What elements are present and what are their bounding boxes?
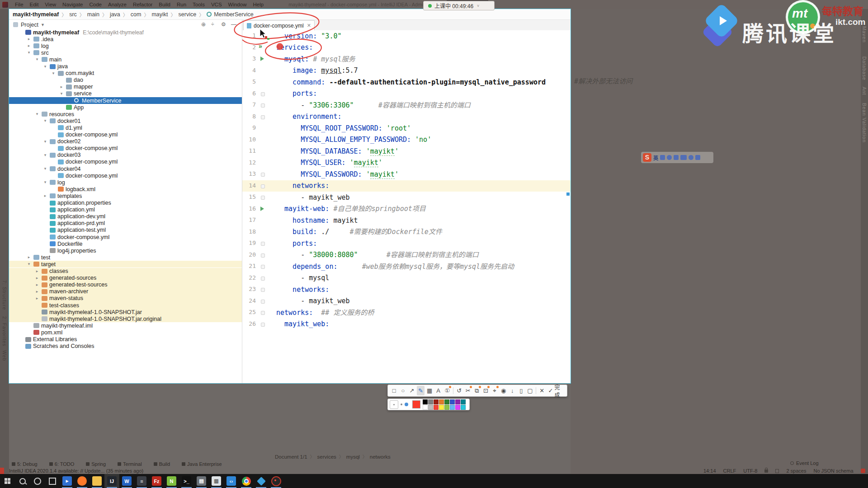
collapse-all-icon[interactable]: ÷ xyxy=(211,21,214,28)
tree-row-docker03[interactable]: ▾docker03 xyxy=(9,152,242,159)
status-json-schema[interactable]: No JSON schema xyxy=(813,468,853,474)
tree-row-test-classes[interactable]: test-classes xyxy=(9,302,242,309)
tool-window-button--debug[interactable]: 5: Debug xyxy=(12,461,38,467)
tree-row-mayikt-thymeleaf.iml[interactable]: mayikt-thymeleaf.iml xyxy=(9,322,242,329)
tree-row-log4j.properties[interactable]: log4j.properties xyxy=(9,247,242,254)
fold-marker-icon[interactable] xyxy=(261,265,265,269)
project-panel-title[interactable]: Project xyxy=(21,22,38,28)
left-stripe-2-favorites[interactable]: 2: Favorites xyxy=(2,316,7,347)
chevron-down-icon[interactable]: ▾ xyxy=(43,139,47,144)
menu-item-run[interactable]: Run xyxy=(174,2,189,7)
tree-row-src[interactable]: ▾src xyxy=(9,49,242,56)
status-encoding[interactable]: UTF-8 xyxy=(743,468,757,474)
class-timer-pill[interactable]: 上课中 00:49:46 ˅ xyxy=(423,1,495,10)
right-stripe-bean-validation[interactable]: Bean Validation xyxy=(862,103,867,143)
tool-window-button-spring[interactable]: Spring xyxy=(86,461,106,467)
tree-row-maven-archiver[interactable]: ▸maven-archiver xyxy=(9,288,242,295)
task-view-button[interactable] xyxy=(45,474,60,488)
fold-marker-icon[interactable] xyxy=(261,103,265,108)
chevron-down-icon[interactable]: ▾ xyxy=(27,50,31,55)
dark-doc-app[interactable]: ≡ xyxy=(134,474,149,488)
tree-row-service[interactable]: ▾service xyxy=(9,90,242,97)
tree-row-mayikt-thymeleaf-1.0-SNAPSHOT.jar.original[interactable]: mayikt-thymeleaf-1.0-SNAPSHOT.jar.origin… xyxy=(9,315,242,322)
close-tab-icon[interactable]: ✕ xyxy=(307,23,311,28)
fold-marker-icon[interactable] xyxy=(261,242,265,246)
intellij-idea[interactable]: IJ xyxy=(104,474,119,488)
palette-swatch[interactable] xyxy=(461,405,466,410)
chevron-right-icon[interactable]: ▸ xyxy=(59,84,64,89)
tree-row-d1.yml[interactable]: d1.yml xyxy=(9,124,242,131)
tree-row-App[interactable]: App xyxy=(9,104,242,111)
tree-row-generated-sources[interactable]: ▸generated-sources xyxy=(9,275,242,282)
tree-row-com.mayikt[interactable]: ▾com.mayikt xyxy=(9,70,242,77)
tool-window-button--todo[interactable]: 6: TODO xyxy=(49,461,75,467)
palette-swatch[interactable] xyxy=(455,399,460,404)
menu-item-tools[interactable]: Tools xyxy=(189,2,208,7)
status-position[interactable]: 14:14 xyxy=(703,468,716,474)
sogou-pen-icon[interactable] xyxy=(660,155,665,160)
bookmark-tool[interactable]: ▢ xyxy=(526,386,534,395)
fold-marker-icon[interactable] xyxy=(261,253,265,258)
menu-item-window[interactable]: Window xyxy=(225,2,250,7)
tree-row-docker-compose.yml[interactable]: docker-compose.yml xyxy=(9,172,242,179)
left-stripe-web[interactable]: Web xyxy=(2,350,7,361)
project-tree[interactable]: mayikt-thymeleafE:\code\mayikt-thymeleaf… xyxy=(9,29,242,383)
editor-breadcrumb-mysql[interactable]: mysql xyxy=(346,454,360,460)
tree-row-docker-compose.yml[interactable]: docker-compose.yml xyxy=(9,234,242,240)
chevron-down-icon[interactable]: ▾ xyxy=(35,112,39,116)
screen-recorder[interactable] xyxy=(269,474,283,488)
chevron-down-icon[interactable]: ▾ xyxy=(27,262,31,266)
tree-row-.idea[interactable]: ▸.idea xyxy=(9,36,242,42)
tree-row-docker-compose.yml[interactable]: docker-compose.yml xyxy=(9,145,242,152)
tree-row-templates[interactable]: ▸templates xyxy=(9,192,242,199)
palette-swatch[interactable] xyxy=(434,399,439,404)
tree-row-log[interactable]: ▾log xyxy=(9,179,242,186)
sogou-input-bar[interactable]: S 英 xyxy=(641,152,713,163)
breadcrumb-item-java[interactable]: java xyxy=(110,11,120,18)
mosaic-tool[interactable]: ▦ xyxy=(425,386,434,395)
tree-row-target[interactable]: ▾target xyxy=(9,261,242,267)
menu-item-code[interactable]: Code xyxy=(86,2,105,7)
palette-swatch[interactable] xyxy=(428,405,433,410)
palette-swatch[interactable] xyxy=(461,399,466,404)
stroke-size-selector[interactable] xyxy=(390,400,398,409)
palette-swatch[interactable] xyxy=(428,399,433,404)
run-all-services-icon[interactable]: » xyxy=(259,42,262,50)
menu-item-vcs[interactable]: VCS xyxy=(208,2,225,7)
run-service-icon[interactable] xyxy=(260,206,264,211)
sogou-toolbox-icon[interactable] xyxy=(695,155,700,160)
right-stripe-ant[interactable]: Ant xyxy=(862,87,867,95)
arrow-tool[interactable]: ↗ xyxy=(408,386,416,395)
tree-row-application-prd.yml[interactable]: application-prd.yml xyxy=(9,220,242,227)
chevron-down-icon[interactable]: ▾ xyxy=(43,118,47,123)
pen-tool[interactable]: ✎ xyxy=(417,386,425,395)
tree-row-MemberService[interactable]: MemberService xyxy=(9,97,242,104)
tree-row-docker-compose.yml[interactable]: docker-compose.yml xyxy=(9,131,242,138)
tree-row-Dockerfile[interactable]: Dockerfile xyxy=(9,240,242,247)
done-button[interactable]: ✓完成 xyxy=(547,383,565,399)
fold-marker-icon[interactable] xyxy=(261,311,265,315)
editor-breadcrumb-services[interactable]: services xyxy=(317,454,336,460)
tree-row-java[interactable]: ▾java xyxy=(9,63,242,70)
fold-marker-icon[interactable] xyxy=(261,196,265,200)
chevron-down-icon[interactable]: ▾ xyxy=(51,71,56,75)
right-stripe-database[interactable]: Database xyxy=(862,56,867,80)
sogou-mic-icon[interactable] xyxy=(674,155,679,160)
chevron-right-icon[interactable]: ▸ xyxy=(35,296,39,300)
palette-swatch[interactable] xyxy=(439,405,444,410)
tree-row-generated-test-sources[interactable]: ▸generated-test-sources xyxy=(9,282,242,288)
project-panel-header[interactable]: Project ▼ ⊕ ÷ ⚙ — xyxy=(9,20,242,29)
menu-item-build[interactable]: Build xyxy=(156,2,174,7)
chevron-right-icon[interactable]: ▸ xyxy=(35,269,39,273)
tree-row-docker02[interactable]: ▾docker02 xyxy=(9,138,242,145)
status-line-ending[interactable]: CRLF xyxy=(723,468,736,474)
breadcrumb-item-com[interactable]: com xyxy=(131,11,142,18)
right-stripe-maven[interactable]: Maven xyxy=(862,26,867,43)
chevron-down-icon[interactable]: ▾ xyxy=(35,57,39,61)
tree-row-pom.xml[interactable]: pom.xml xyxy=(9,329,242,336)
breadcrumb-item-src[interactable]: src xyxy=(69,11,77,18)
wps-writer[interactable]: W xyxy=(119,474,134,488)
ellipse-tool[interactable]: ○ xyxy=(399,386,407,395)
fold-marker-icon[interactable] xyxy=(261,92,265,96)
crop-tool[interactable]: ✂ xyxy=(464,386,472,395)
